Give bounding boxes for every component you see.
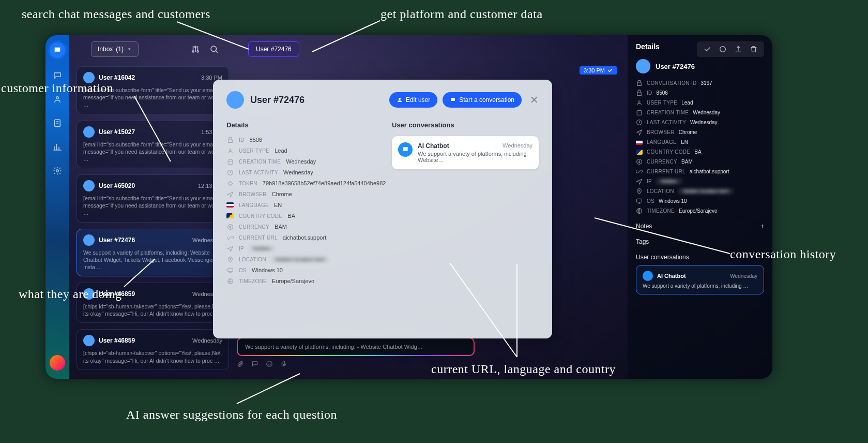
detail-key: TIMEZONE <box>647 208 675 214</box>
detail-value: 79b918e39658b52ef74e89aed124fa54404be982 <box>263 180 386 186</box>
detail-value: BAM <box>275 224 287 230</box>
attach-icon[interactable] <box>237 360 244 367</box>
start-conversation-button[interactable]: Start a conversation <box>443 92 522 108</box>
detail-key: TIMEZONE <box>239 278 267 284</box>
sidebar-userconv-heading: User conversations <box>636 254 689 261</box>
nav-docs-icon[interactable] <box>51 117 64 129</box>
search-icon[interactable] <box>208 43 220 55</box>
svg-point-30 <box>638 190 639 191</box>
detail-value: 8506 <box>657 90 668 96</box>
conversation-item[interactable]: User #65020 12:13 PM [email id="sb-subsc… <box>77 174 229 223</box>
current-user-chip[interactable]: User #72476 <box>248 41 299 57</box>
reply-icon[interactable] <box>251 360 258 367</box>
svg-rect-18 <box>228 159 233 164</box>
detail-key: OS <box>239 268 247 273</box>
nav-reports-icon[interactable] <box>51 141 64 153</box>
sidebar-detail-row: LANGUAGE EN <box>636 139 764 145</box>
check-icon[interactable] <box>703 45 711 53</box>
nav-avatar[interactable] <box>50 355 65 371</box>
trash-icon[interactable] <box>750 45 758 53</box>
send-icon <box>226 245 234 252</box>
detail-key: USER TYPE <box>647 100 677 106</box>
loc-icon <box>226 256 234 263</box>
annot-platform: get platform and customer data <box>380 7 543 21</box>
conversation-name: User #46859 <box>99 337 135 344</box>
header-actions <box>697 41 764 57</box>
conversation-card[interactable]: AI Chatbot Wednesday We support a variet… <box>392 136 539 169</box>
sidebar-detail-row: CURRENCY BAM <box>636 158 764 165</box>
detail-key: CURRENT URL <box>647 169 686 174</box>
user-icon <box>226 147 234 154</box>
emoji-icon[interactable] <box>266 360 273 367</box>
avatar <box>83 335 95 346</box>
svg-rect-22 <box>227 268 233 272</box>
detail-value: hidden location text <box>271 256 329 262</box>
detail-key: TOKEN <box>239 181 257 186</box>
conversation-item[interactable]: User #15027 1:53 PM [email id="sb-subscr… <box>77 121 229 169</box>
detail-key: LANGUAGE <box>647 139 677 145</box>
nav-settings-icon[interactable] <box>51 165 64 177</box>
detail-row: CURRENCY BAM <box>226 223 376 230</box>
conversation-name: User #15027 <box>99 128 135 136</box>
detail-key: IP <box>239 246 244 252</box>
bot-avatar-icon <box>643 271 653 281</box>
detail-value: Lead <box>275 147 287 154</box>
sidebar-detail-row: IP hidden <box>636 178 764 185</box>
detail-value: BAM <box>681 159 693 165</box>
mic-icon[interactable] <box>280 360 287 367</box>
sidebar-detail-row: CONVERSATION ID 3197 <box>636 80 764 86</box>
nav-messages-icon[interactable] <box>51 69 64 82</box>
conversation-item[interactable]: User #72476 Wednesday We support a varie… <box>77 229 229 277</box>
sidebar-detail-row: LOCATION hidden location text <box>636 188 764 195</box>
link-icon <box>226 234 234 241</box>
detail-key: LANGUAGE <box>239 202 269 208</box>
detail-key: CREATION TIME <box>647 110 689 115</box>
conversation-name: User #72476 <box>99 237 135 244</box>
detail-row: LANGUAGE EN <box>226 201 376 209</box>
detail-row: ID 8506 <box>226 136 376 143</box>
detail-key: CURRENT URL <box>239 235 278 241</box>
detail-key: ID <box>239 137 245 143</box>
details-sidebar: Details User #72476 CONVERSATION ID 3197… <box>628 35 772 379</box>
detail-value: Lead <box>681 100 693 106</box>
flag-ba-icon <box>636 149 643 155</box>
circle-icon[interactable] <box>719 45 727 53</box>
upload-icon[interactable] <box>734 45 742 53</box>
conversation-item[interactable]: User #46859 Wednesday [chips id="sb-huma… <box>77 329 229 370</box>
cur-icon <box>226 223 234 230</box>
close-icon[interactable]: ✕ <box>530 94 539 106</box>
filter-icon[interactable] <box>189 43 202 55</box>
conversation-time: Wednesday <box>192 337 222 344</box>
sidebar-conversation-card[interactable]: AI Chatbot Wednesday We support a variet… <box>636 265 764 294</box>
header-bar: Inbox(1) User #72476 <box>69 35 772 63</box>
annot-search: search chat messages and customers <box>22 7 210 21</box>
detail-key: LOCATION <box>239 257 266 262</box>
detail-row: CREATION TIME Wednesday <box>226 158 376 165</box>
detail-value: EN <box>681 139 688 145</box>
conversation-preview: [chips id="sb-human-takeover" options="Y… <box>83 303 222 317</box>
detail-key: USER TYPE <box>239 148 269 154</box>
send-icon <box>636 178 643 185</box>
conversation-list: User #16042 3:30 PM [email id="sb-subscr… <box>77 66 229 371</box>
svg-point-8 <box>56 97 59 99</box>
sidebar-detail-row: CREATION TIME Wednesday <box>636 109 764 116</box>
conversation-preview: We support a variety of platforms, inclu… <box>83 249 222 271</box>
add-note-icon[interactable]: + <box>760 223 764 230</box>
message-time-badge: 3:30 PM <box>580 66 617 75</box>
edit-user-button[interactable]: Edit user <box>389 92 437 108</box>
nav-chat-icon[interactable] <box>50 42 65 58</box>
detail-key: ID <box>647 90 652 96</box>
cur-icon <box>636 158 643 165</box>
detail-key: BROWSER <box>239 191 267 197</box>
sidebar-detail-row: ID 8506 <box>636 90 764 96</box>
detail-key: BROWSER <box>647 129 675 135</box>
modal-conversations-section: User conversations AI Chatbot Wednesday … <box>392 121 539 288</box>
detail-key: CURRENCY <box>239 224 269 230</box>
cal-icon <box>636 109 643 116</box>
detail-key: CREATION TIME <box>239 159 281 165</box>
svg-point-14 <box>211 46 217 52</box>
conversation-preview: [chips id="sb-human-takeover" options="Y… <box>83 349 222 364</box>
conversation-preview: [email id="sb-subscribe-form" title="Sen… <box>83 141 222 163</box>
detail-value: Europe/Sarajevo <box>272 278 314 284</box>
inbox-dropdown[interactable]: Inbox(1) <box>91 41 139 57</box>
